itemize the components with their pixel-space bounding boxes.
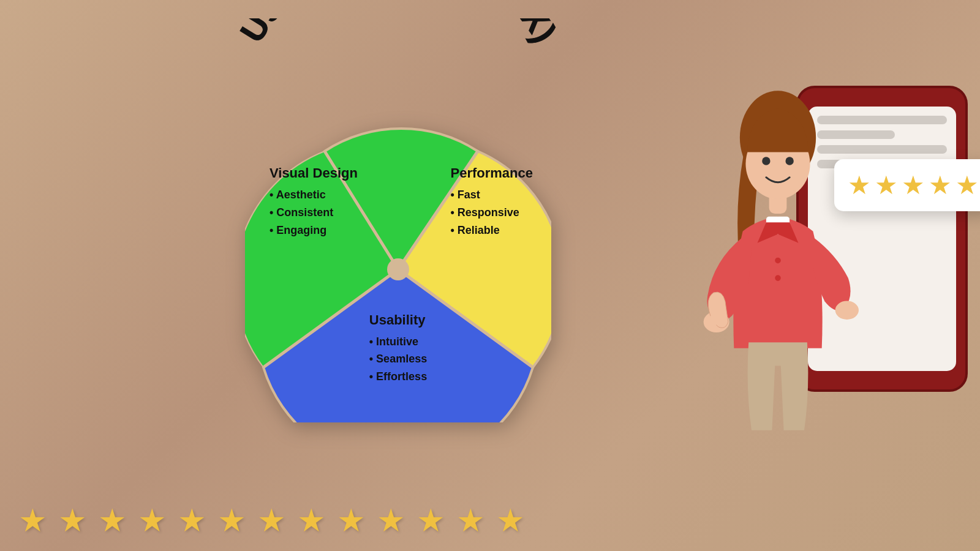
rating-star-2: ★ xyxy=(875,170,898,200)
right-illustration: ★ ★ ★ ★ ★ xyxy=(692,37,968,527)
bottom-star-1: ★ xyxy=(18,502,47,539)
pie-chart-container: Visual Design Aesthetic Consistent Engag… xyxy=(245,116,551,422)
svg-point-9 xyxy=(762,157,770,165)
person-illustration xyxy=(692,67,864,465)
rating-star-3: ★ xyxy=(902,170,925,200)
svg-point-13 xyxy=(835,301,859,320)
rating-star-5: ★ xyxy=(956,170,979,200)
main-content: User Experience (UX) xyxy=(123,12,674,539)
svg-point-14 xyxy=(775,258,781,264)
svg-point-5 xyxy=(387,258,409,280)
svg-point-15 xyxy=(775,275,781,281)
bottom-star-2: ★ xyxy=(58,502,87,539)
rating-star-4: ★ xyxy=(929,170,952,200)
svg-text:User Experience (UX): User Experience (UX) xyxy=(233,18,564,48)
svg-point-10 xyxy=(785,157,793,165)
curved-title-container: User Experience (UX) xyxy=(214,18,582,129)
page-title: User Experience (UX) xyxy=(233,18,564,48)
